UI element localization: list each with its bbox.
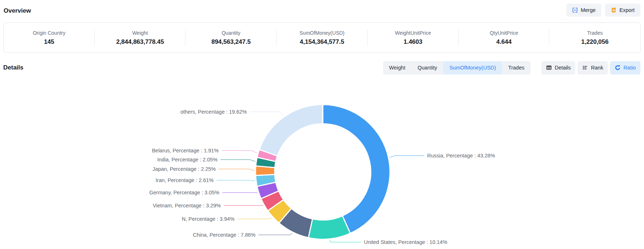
leader-line-united-states [330, 240, 361, 242]
pie-label-china: China, Percentage : 7.86% [193, 232, 256, 238]
pie-label-iran: Iran, Percentage : 2.61% [156, 177, 214, 183]
export-icon [611, 7, 617, 13]
leader-line-russia [390, 156, 424, 157]
slice-russia[interactable] [323, 105, 390, 233]
view-tab-group: Details Rank [541, 61, 640, 75]
stat-sum-of-money: SumOfMoney(USD) 4,154,364,577.5 [276, 23, 368, 52]
stat-weight: Weight 2,844,863,778.45 [95, 23, 186, 52]
pie-label-germany: Germany, Percentage : 3.05% [149, 190, 219, 195]
page-title: Overview [4, 7, 31, 14]
tab-weight[interactable]: Weight [383, 61, 412, 75]
pie-label-india: India, Percentage : 2.05% [157, 157, 218, 163]
merge-icon [572, 7, 578, 13]
stat-label: Trades [587, 30, 603, 36]
leader-line-japan [219, 169, 254, 171]
stat-value: 4.644 [496, 38, 512, 46]
rank-bars-icon [582, 65, 588, 71]
tab-quantity[interactable]: Quantity [411, 61, 443, 75]
stat-label: SumOfMoney(USD) [300, 30, 344, 36]
app-root: Overview Merge Export [0, 0, 644, 249]
pie-label-united-states: United States, Percentage : 10.14% [364, 239, 447, 245]
stat-value: 4,154,364,577.5 [300, 38, 344, 46]
leader-line-india [220, 160, 255, 161]
view-tab-ratio[interactable]: Ratio [610, 61, 640, 75]
stat-value: 145 [44, 38, 54, 46]
overview-stats-card: Origin Country 145 Weight 2,844,863,778.… [3, 22, 641, 53]
merge-button[interactable]: Merge [566, 4, 601, 17]
view-tab-details[interactable]: Details [541, 61, 575, 75]
stat-label: QtyUnitPrice [490, 30, 518, 36]
pie-label-vietnam: Vietnam, Percentage : 3.29% [153, 203, 221, 208]
leader-line-n [237, 218, 272, 219]
pie-label-russia: Russia, Percentage : 43.28% [427, 153, 495, 159]
stat-trades: Trades 1,220,056 [549, 23, 640, 52]
view-tab-label: Details [555, 61, 571, 75]
header-actions: Merge Export [566, 4, 640, 17]
stat-quantity: Quantity 894,563,247.5 [185, 23, 276, 52]
stat-weight-unit-price: WeightUnitPrice 1.4603 [368, 23, 459, 52]
stat-value: 1.4603 [404, 38, 422, 46]
tab-sum-of-money[interactable]: SumOfMoney(USD) [443, 61, 502, 75]
details-controls: Weight Quantity SumOfMoney(USD) Trades D… [383, 61, 640, 75]
slice-others[interactable] [259, 105, 323, 156]
donut-chart-svg: Russia, Percentage : 43.28%United States… [0, 76, 644, 249]
stat-value: 1,220,056 [581, 38, 609, 46]
stat-value: 894,563,247.5 [211, 38, 251, 46]
stat-label: Quantity [222, 30, 240, 36]
stat-label: WeightUnitPrice [395, 30, 431, 36]
view-tab-label: Ratio [623, 61, 636, 75]
view-tab-rank[interactable]: Rank [578, 61, 608, 75]
export-button[interactable]: Export [605, 4, 640, 17]
leader-line-others [250, 112, 283, 116]
stat-label: Weight [132, 30, 148, 36]
export-button-label: Export [619, 7, 635, 13]
leader-line-iran [216, 180, 255, 181]
leader-line-vietnam [224, 206, 263, 206]
ratio-donut-chart: Russia, Percentage : 43.28%United States… [0, 76, 644, 249]
stat-value: 2,844,863,778.45 [116, 38, 164, 46]
pie-label-others: others, Percentage : 19.62% [180, 109, 247, 115]
tab-trades[interactable]: Trades [502, 61, 531, 75]
merge-button-label: Merge [581, 7, 596, 13]
measure-tab-group: Weight Quantity SumOfMoney(USD) Trades [383, 61, 531, 75]
leader-line-germany [222, 193, 258, 193]
stat-qty-unit-price: QtyUnitPrice 4.644 [459, 23, 550, 52]
leader-line-china [258, 233, 292, 235]
leader-line-belarus [222, 151, 257, 153]
view-tab-label: Rank [591, 61, 603, 75]
donut-icon [615, 65, 621, 71]
slice-united-states[interactable] [308, 216, 350, 239]
pie-label-belarus: Belarus, Percentage : 1.91% [152, 148, 219, 153]
stat-origin-country: Origin Country 145 [4, 23, 95, 52]
pie-label-japan: Japan, Percentage : 2.25% [153, 166, 216, 172]
details-toolbar: Details Weight Quantity SumOfMoney(USD) … [3, 61, 640, 75]
stat-label: Origin Country [33, 30, 65, 36]
pie-label-n: N, Percentage : 3.94% [182, 216, 235, 222]
table-icon [546, 65, 552, 71]
details-title: Details [3, 64, 23, 71]
